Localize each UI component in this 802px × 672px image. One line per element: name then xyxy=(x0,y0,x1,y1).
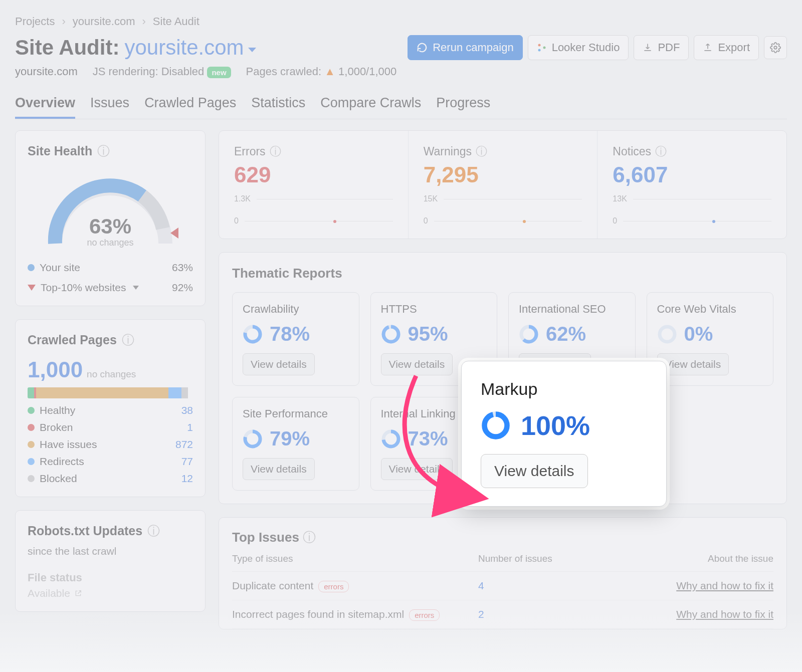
tab-overview[interactable]: Overview xyxy=(15,89,75,119)
thematic-pct: 0% xyxy=(684,323,713,345)
stat-value: 7,295 xyxy=(424,162,582,187)
legend-row: Blocked 12 xyxy=(28,473,193,485)
legend-value[interactable]: 1 xyxy=(187,421,193,433)
file-status-label: File status xyxy=(28,571,193,584)
donut-icon xyxy=(243,324,263,344)
breadcrumb-item[interactable]: Site Audit xyxy=(153,15,199,28)
title-text: Site Audit: xyxy=(15,36,119,60)
thematic-pct: 73% xyxy=(408,427,448,450)
breadcrumb: Projects › yoursite.com › Site Audit xyxy=(15,15,787,28)
stat-errors[interactable]: Errorsⓘ 629 1.3K 0 xyxy=(219,131,409,239)
svg-point-1 xyxy=(538,49,540,52)
subheader: yoursite.com JS rendering: Disabled new … xyxy=(15,65,787,78)
domain-dropdown[interactable]: yoursite.com xyxy=(124,36,256,60)
thematic-title: HTTPS xyxy=(381,303,487,316)
rerun-campaign-button[interactable]: Rerun campaign xyxy=(408,35,522,60)
error-pill: errors xyxy=(318,581,349,592)
crawled-bar-chart xyxy=(28,387,193,398)
looker-studio-button[interactable]: Looker Studio xyxy=(528,35,629,60)
info-icon[interactable]: ⓘ xyxy=(655,144,667,159)
gear-icon xyxy=(770,42,781,53)
donut-icon xyxy=(381,429,401,449)
legend-row: Have issues 872 xyxy=(28,438,193,451)
pages-crawled-label: Pages crawled: ▲ 1,000/1,000 xyxy=(246,65,397,78)
card-title: Thematic Reports xyxy=(232,266,773,281)
stat-warnings[interactable]: Warningsⓘ 7,295 15K 0 xyxy=(409,131,598,239)
col-type: Type of issues xyxy=(232,553,478,564)
svg-point-10 xyxy=(660,327,675,342)
info-icon[interactable]: ⓘ xyxy=(97,143,110,159)
info-icon[interactable]: ⓘ xyxy=(476,144,487,159)
breadcrumb-item[interactable]: yoursite.com xyxy=(73,15,135,28)
legend-label: Broken xyxy=(40,421,73,433)
tab-progress[interactable]: Progress xyxy=(436,89,490,119)
thematic-card: Site Performance 79% View details xyxy=(232,397,359,491)
col-num: Number of issues xyxy=(478,553,601,564)
fix-link[interactable]: Why and how to fix it xyxy=(676,580,773,591)
issue-row[interactable]: Incorrect pages found in sitemap.xmlerro… xyxy=(232,600,773,629)
tab-crawled-pages[interactable]: Crawled Pages xyxy=(144,89,236,119)
donut-icon xyxy=(381,324,401,344)
issue-row[interactable]: Duplicate contenterrors 4 Why and how to… xyxy=(232,572,773,600)
thematic-pct: 79% xyxy=(270,427,310,450)
info-icon[interactable]: ⓘ xyxy=(147,523,160,539)
legend-label: Blocked xyxy=(40,473,77,485)
tab-compare-crawls[interactable]: Compare Crawls xyxy=(320,89,421,119)
chevron-right-icon: › xyxy=(142,15,146,28)
view-details-button[interactable]: View details xyxy=(481,454,588,488)
donut-icon xyxy=(243,429,263,449)
new-badge: new xyxy=(207,67,231,78)
view-details-button[interactable]: View details xyxy=(381,353,453,375)
sparkline: 1.3K 0 xyxy=(234,194,393,226)
export-button[interactable]: Export xyxy=(694,35,759,60)
svg-point-0 xyxy=(538,44,540,47)
settings-button[interactable] xyxy=(764,36,787,59)
thematic-title: Site Performance xyxy=(243,407,349,420)
crawled-pages-card: Crawled Pages ⓘ 1,000no changes Healthy … xyxy=(15,319,206,497)
fix-link[interactable]: Why and how to fix it xyxy=(676,608,773,620)
info-icon[interactable]: ⓘ xyxy=(303,530,316,545)
view-details-button[interactable]: View details xyxy=(243,458,315,480)
info-icon[interactable]: ⓘ xyxy=(122,332,134,348)
view-details-button[interactable]: View details xyxy=(657,353,729,375)
site-health-card: Site Health ⓘ 63% no changes Your site63… xyxy=(15,130,206,306)
gauge-sub: no changes xyxy=(40,238,180,248)
card-title: Robots.txt Updates ⓘ xyxy=(28,523,193,539)
upload-icon xyxy=(703,43,713,53)
svg-point-17 xyxy=(485,414,507,437)
legend-label: Redirects xyxy=(40,456,84,468)
robots-card: Robots.txt Updates ⓘ since the last craw… xyxy=(15,510,206,612)
view-details-button[interactable]: View details xyxy=(243,353,315,375)
stat-notices[interactable]: Noticesⓘ 6,607 13K 0 xyxy=(597,131,786,239)
domain-label: yoursite.com xyxy=(15,65,78,78)
markup-callout: Markup 100% View details xyxy=(461,361,667,507)
thematic-title: Crawlability xyxy=(243,303,349,316)
donut-icon xyxy=(519,324,539,344)
legend-label: Healthy xyxy=(40,404,75,416)
tab-statistics[interactable]: Statistics xyxy=(251,89,305,119)
thematic-pct: 78% xyxy=(270,323,310,345)
page-title: Site Audit: yoursite.com xyxy=(15,36,256,60)
looker-icon xyxy=(537,43,547,53)
top-10-expand[interactable]: Top-10% websites xyxy=(28,282,139,294)
tab-issues[interactable]: Issues xyxy=(90,89,129,119)
info-icon[interactable]: ⓘ xyxy=(270,144,281,159)
legend-value[interactable]: 872 xyxy=(175,438,193,451)
thematic-card: Crawlability 78% View details xyxy=(232,292,359,386)
svg-point-2 xyxy=(543,47,545,49)
legend-value[interactable]: 12 xyxy=(181,473,193,485)
download-icon xyxy=(643,43,653,53)
col-about: About the issue xyxy=(601,553,773,564)
file-available[interactable]: Available xyxy=(28,587,193,599)
error-pill: errors xyxy=(409,609,440,621)
thematic-title: Core Web Vitals xyxy=(657,303,763,316)
legend-value[interactable]: 77 xyxy=(181,456,193,468)
card-title: Top Issues ⓘ xyxy=(232,529,773,546)
chevron-down-icon xyxy=(248,48,256,52)
pdf-button[interactable]: PDF xyxy=(634,35,689,60)
sparkline: 13K 0 xyxy=(613,194,771,226)
breadcrumb-item[interactable]: Projects xyxy=(15,15,55,28)
legend-value[interactable]: 38 xyxy=(181,404,193,416)
view-details-button[interactable]: View details xyxy=(381,458,453,480)
chevron-right-icon: › xyxy=(62,15,65,28)
